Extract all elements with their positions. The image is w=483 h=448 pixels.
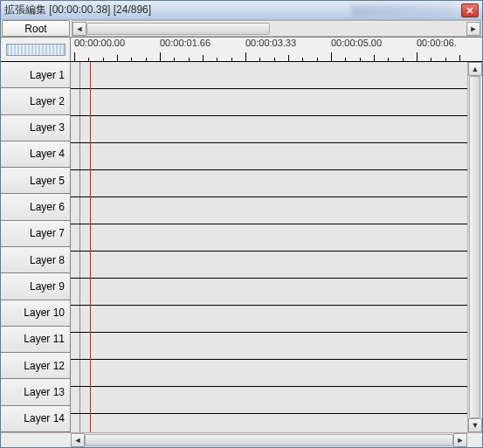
layer-label: Layer 11: [24, 333, 65, 345]
scroll-down-button[interactable]: ▼: [468, 418, 482, 432]
root-button[interactable]: Root: [2, 20, 70, 37]
ruler-label: 00:00:00.00: [74, 38, 125, 48]
timeline-row[interactable]: [71, 170, 467, 197]
layer-label: Layer 6: [30, 201, 65, 213]
layer-label: Layer 12: [24, 360, 65, 372]
vertical-scrollbar[interactable]: ▲ ▼: [467, 62, 482, 432]
bottom-bar: ◄ ►: [1, 432, 482, 447]
scroll-right-button-bottom[interactable]: ►: [453, 433, 467, 447]
titlebar-blur: [351, 4, 456, 17]
timeline-row[interactable]: [71, 360, 467, 387]
timeline-row[interactable]: [71, 306, 467, 333]
layer-header[interactable]: Layer 13: [1, 379, 70, 405]
bottom-spacer: [1, 433, 71, 447]
scroll-track-vertical[interactable]: [468, 76, 481, 418]
layer-header[interactable]: Layer 4: [1, 141, 70, 168]
layer-label: Layer 3: [30, 121, 65, 134]
root-label: Root: [24, 23, 46, 35]
layer-header[interactable]: Layer 10: [1, 300, 70, 327]
layer-label: Layer 14: [24, 412, 65, 424]
scrollbar-corner: [467, 433, 482, 447]
layer-header[interactable]: Layer 2: [1, 88, 70, 114]
body: Layer 1Layer 2Layer 3Layer 4Layer 5Layer…: [1, 62, 482, 432]
timeline-row[interactable]: [71, 62, 467, 89]
close-icon: [466, 7, 473, 14]
ruler-label: 00:00:03.33: [245, 38, 296, 48]
layer-header[interactable]: Layer 9: [1, 273, 70, 300]
horizontal-scrollbar-bottom[interactable]: ◄ ►: [71, 433, 467, 447]
timeline-area[interactable]: [71, 62, 467, 432]
layer-label: Layer 2: [30, 95, 65, 107]
timeline-row[interactable]: [71, 116, 467, 143]
layer-label: Layer 13: [24, 386, 65, 398]
scroll-thumb-top[interactable]: [86, 23, 270, 35]
timeline-row[interactable]: [71, 252, 467, 279]
timeline-row[interactable]: [71, 89, 467, 116]
ruler-label: 00:00:01.66: [160, 38, 210, 48]
timeline-row[interactable]: [71, 387, 467, 414]
zoom-cell: [1, 38, 71, 61]
time-ruler[interactable]: 00:00:00.0000:00:01.6600:00:03.3300:00:0…: [71, 38, 482, 61]
timeline-row[interactable]: [71, 414, 467, 432]
layer-header[interactable]: Layer 7: [1, 221, 70, 247]
layer-label: Layer 4: [30, 148, 65, 160]
timeline-row[interactable]: [71, 143, 467, 170]
titlebar[interactable]: 拡張編集 [00:00:00.38] [24/896]: [1, 1, 482, 20]
window-title: 拡張編集 [00:00:00.38] [24/896]: [4, 3, 351, 17]
timeline-row[interactable]: [71, 197, 467, 224]
layer-label: Layer 5: [30, 175, 65, 187]
timeline-row[interactable]: [71, 224, 467, 252]
scroll-track-bottom[interactable]: [85, 433, 453, 447]
layer-header[interactable]: Layer 14: [1, 406, 70, 432]
layer-label: Layer 9: [30, 280, 65, 293]
layers-column: Layer 1Layer 2Layer 3Layer 4Layer 5Layer…: [1, 62, 71, 432]
top-row: Root ◄ ►: [1, 20, 482, 38]
scroll-right-button[interactable]: ►: [466, 22, 480, 36]
layer-header[interactable]: Layer 8: [1, 247, 70, 273]
scroll-left-button-bottom[interactable]: ◄: [71, 433, 85, 447]
zoom-slider[interactable]: [6, 44, 66, 56]
scroll-track-top[interactable]: [86, 22, 466, 36]
layer-header[interactable]: Layer 11: [1, 327, 70, 353]
scroll-up-button[interactable]: ▲: [468, 62, 482, 76]
layer-header[interactable]: Layer 6: [1, 194, 70, 220]
layer-header[interactable]: Layer 12: [1, 353, 70, 379]
playhead[interactable]: [90, 62, 91, 432]
ruler-row: 00:00:00.0000:00:01.6600:00:03.3300:00:0…: [1, 38, 482, 62]
close-button[interactable]: [461, 3, 479, 17]
scroll-thumb-bottom[interactable]: [85, 434, 453, 446]
layer-header[interactable]: Layer 1: [1, 62, 70, 88]
layer-label: Layer 10: [24, 307, 65, 319]
layer-header[interactable]: Layer 3: [1, 115, 70, 141]
ruler-label: 00:00:05.00: [331, 38, 382, 48]
window: 拡張編集 [00:00:00.38] [24/896] Root ◄ ► 00:…: [0, 0, 483, 448]
horizontal-scrollbar-top[interactable]: ◄ ►: [72, 20, 481, 37]
layer-label: Layer 1: [30, 69, 65, 81]
timeline-row[interactable]: [71, 333, 467, 360]
scroll-left-button[interactable]: ◄: [72, 22, 86, 36]
layer-label: Layer 8: [30, 254, 65, 266]
scroll-thumb-vertical[interactable]: [469, 76, 480, 418]
layer-label: Layer 7: [30, 227, 65, 239]
timeline-row[interactable]: [71, 279, 467, 306]
ruler-label: 00:00:06.: [417, 38, 457, 48]
layer-header[interactable]: Layer 5: [1, 168, 70, 194]
